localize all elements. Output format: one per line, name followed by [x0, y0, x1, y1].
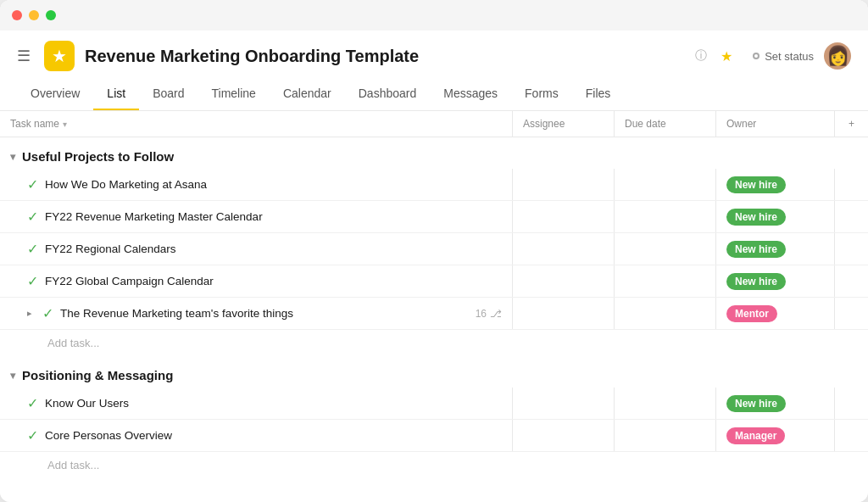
- task-cell-assignee: [512, 420, 614, 451]
- close-button[interactable]: [12, 10, 22, 20]
- check-icon: ✓: [27, 241, 38, 257]
- task-cell-extra: [834, 201, 868, 232]
- th-add-column[interactable]: +: [834, 111, 868, 137]
- tab-board[interactable]: Board: [139, 80, 198, 110]
- th-assignee-label: Assignee: [523, 118, 565, 130]
- task-cell-assignee: [512, 169, 614, 200]
- task-cell-name: ✓ FY22 Regional Calendars: [0, 233, 512, 265]
- title-bar: [0, 0, 868, 31]
- project-title: Revenue Marketing Onboarding Template: [85, 47, 680, 66]
- task-cell-assignee: [512, 233, 614, 265]
- task-cell-due-date: [614, 265, 715, 297]
- subtask-count: 16: [476, 308, 487, 320]
- task-table: Task name ▾ Assignee Due date Owner + ▾ …: [0, 111, 868, 502]
- task-name-label[interactable]: The Revenue Marketing team's favorite th…: [60, 307, 462, 320]
- tab-calendar[interactable]: Calendar: [270, 80, 345, 110]
- task-name-label[interactable]: How We Do Marketing at Asana: [45, 178, 502, 191]
- task-cell-name: ✓ Know Our Users: [0, 388, 512, 419]
- task-cell-owner: Manager: [715, 420, 834, 451]
- task-cell-assignee: [512, 298, 614, 329]
- check-icon: ✓: [27, 427, 38, 443]
- section-title: Positioning & Messaging: [22, 368, 173, 382]
- check-icon: ✓: [27, 395, 38, 411]
- task-cell-extra: [834, 169, 868, 200]
- task-cell-name: ▸ ✓ The Revenue Marketing team's favorit…: [0, 298, 512, 329]
- task-name-label[interactable]: FY22 Global Campaign Calendar: [45, 275, 502, 287]
- tab-files[interactable]: Files: [572, 80, 625, 110]
- task-name-label[interactable]: FY22 Revenue Marketing Master Calendar: [45, 210, 502, 223]
- tab-list[interactable]: List: [93, 80, 139, 110]
- section-positioning: ▾ Positioning & Messaging: [0, 356, 868, 388]
- check-icon: ✓: [27, 273, 38, 289]
- th-owner: Owner: [715, 111, 834, 137]
- task-row: ✓ Core Personas Overview Manager: [0, 420, 868, 452]
- task-cell-assignee: [512, 201, 614, 232]
- tab-messages[interactable]: Messages: [430, 80, 511, 110]
- task-row: ✓ FY22 Revenue Marketing Master Calendar…: [0, 201, 868, 233]
- section-collapse-icon[interactable]: ▾: [10, 370, 15, 382]
- task-row: ✓ FY22 Global Campaign Calendar New hire: [0, 265, 868, 298]
- task-name-label[interactable]: Know Our Users: [45, 397, 502, 410]
- check-icon: ✓: [42, 305, 53, 321]
- th-chevron-icon: ▾: [63, 120, 67, 129]
- expand-icon[interactable]: ▸: [27, 308, 32, 319]
- tag-badge[interactable]: Mentor: [726, 305, 777, 322]
- status-label: Set status: [765, 50, 814, 63]
- nav-tabs: Overview List Board Timeline Calendar Da…: [17, 80, 851, 110]
- task-cell-owner: Mentor: [715, 298, 834, 329]
- task-cell-due-date: [614, 420, 715, 451]
- add-task-button-1[interactable]: Add task...: [0, 330, 868, 356]
- task-cell-extra: [834, 233, 868, 265]
- th-assignee: Assignee: [512, 111, 614, 137]
- menu-icon[interactable]: ☰: [17, 47, 31, 65]
- tag-badge[interactable]: New hire: [726, 209, 786, 226]
- task-name-label[interactable]: Core Personas Overview: [45, 429, 502, 442]
- minimize-button[interactable]: [29, 10, 39, 20]
- star-icon[interactable]: ★: [721, 48, 732, 64]
- th-due-date-label: Due date: [625, 118, 666, 130]
- tag-badge[interactable]: Manager: [726, 427, 785, 444]
- tab-dashboard[interactable]: Dashboard: [345, 80, 431, 110]
- task-row: ✓ FY22 Regional Calendars New hire: [0, 233, 868, 265]
- task-cell-due-date: [614, 201, 715, 232]
- task-cell-due-date: [614, 233, 715, 265]
- subtask-icon: ⎇: [490, 308, 502, 320]
- maximize-button[interactable]: [46, 10, 56, 20]
- section-useful-projects: ▾ Useful Projects to Follow: [0, 137, 868, 169]
- task-cell-extra: [834, 388, 868, 419]
- tag-badge[interactable]: New hire: [726, 241, 786, 258]
- tag-badge[interactable]: New hire: [726, 273, 786, 290]
- task-cell-name: ✓ FY22 Global Campaign Calendar: [0, 265, 512, 297]
- task-row: ✓ Know Our Users New hire: [0, 388, 868, 420]
- task-cell-name: ✓ Core Personas Overview: [0, 420, 512, 451]
- app-icon: ★: [44, 41, 75, 71]
- table-header: Task name ▾ Assignee Due date Owner +: [0, 111, 868, 137]
- tab-forms[interactable]: Forms: [511, 80, 572, 110]
- tag-badge[interactable]: New hire: [726, 176, 786, 193]
- check-icon: ✓: [27, 209, 38, 225]
- status-button[interactable]: Set status: [753, 50, 814, 63]
- th-owner-label: Owner: [726, 118, 756, 130]
- task-row: ✓ How We Do Marketing at Asana New hire: [0, 169, 868, 201]
- task-row: ▸ ✓ The Revenue Marketing team's favorit…: [0, 298, 868, 330]
- task-cell-extra: [834, 420, 868, 451]
- tab-overview[interactable]: Overview: [17, 80, 93, 110]
- add-column-icon: +: [849, 118, 854, 130]
- task-cell-extra: [834, 265, 868, 297]
- subtask-info: 16 ⎇: [476, 308, 502, 320]
- tab-timeline[interactable]: Timeline: [198, 80, 270, 110]
- section-collapse-icon[interactable]: ▾: [10, 151, 15, 163]
- add-task-button-2[interactable]: Add task...: [0, 452, 868, 478]
- task-cell-owner: New hire: [715, 233, 834, 265]
- task-cell-name: ✓ FY22 Revenue Marketing Master Calendar: [0, 201, 512, 232]
- task-name-label[interactable]: FY22 Regional Calendars: [45, 243, 502, 255]
- status-dot-icon: [753, 53, 760, 59]
- task-cell-assignee: [512, 265, 614, 297]
- tag-badge[interactable]: New hire: [726, 395, 786, 412]
- header: ☰ ★ Revenue Marketing Onboarding Templat…: [0, 31, 868, 111]
- task-cell-owner: New hire: [715, 388, 834, 419]
- task-cell-due-date: [614, 388, 715, 419]
- th-due-date: Due date: [614, 111, 715, 137]
- task-cell-due-date: [614, 298, 715, 329]
- info-icon[interactable]: ⓘ: [695, 48, 707, 64]
